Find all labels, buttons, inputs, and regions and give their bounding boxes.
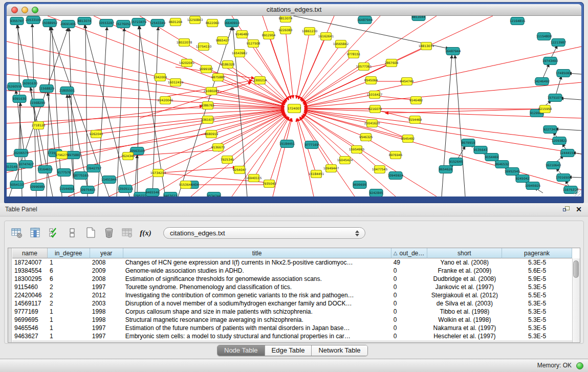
graph-node[interactable]: 18022078 [177,39,192,47]
table-cell-out_degree[interactable]: 0 [391,332,427,340]
close-panel-icon[interactable]: ✕ [576,205,582,214]
table-cell-out_degree[interactable]: 0 [391,299,427,308]
table-cell-in_degree[interactable]: 1 [48,332,90,340]
table-cell-year[interactable]: 1998 [90,308,123,316]
graph-node[interactable]: 8813074 [78,17,92,25]
table-cell-pagerank[interactable]: 5.6E-5 [502,267,572,275]
table-cell-in_degree[interactable]: 1 [48,324,90,332]
graph-node[interactable]: 15184451 [309,170,324,178]
table-cell-name[interactable]: 9463627 [12,332,48,340]
graph-node[interactable]: 9778151 [347,51,361,58]
table-cell-in_degree[interactable]: 1 [48,316,90,324]
table-row[interactable]: 946362711997Embryonic stem cells: a mode… [12,332,572,340]
graph-node[interactable]: 9699695 [353,181,367,189]
graph-node[interactable]: 12543349 [150,19,166,27]
table-cell-short[interactable]: Tibbo et al. (1998) [427,308,503,316]
table-cell-title[interactable]: Genome-wide association studies in ADHD. [123,267,391,275]
graph-node[interactable]: 7624345 [121,152,135,160]
table-cell-year[interactable]: 2003 [90,299,123,308]
graph-edge[interactable] [158,167,236,173]
graph-node[interactable]: 9135643 [474,146,488,154]
graph-edge[interactable] [253,43,289,100]
graph-node[interactable]: 8622060 [206,19,220,27]
table-cell-pagerank[interactable]: 5.3E-5 [502,308,572,316]
table-cell-short[interactable]: Hescheler et al. (1997) [427,332,503,340]
graph-edge[interactable] [48,16,285,105]
table-cell-year[interactable]: 1997 [90,332,123,340]
graph-edge[interactable] [560,98,581,100]
graph-node[interactable]: 13942757 [86,165,102,172]
table-cell-short[interactable]: Jankovic et al. (1997) [427,283,503,291]
graph-node[interactable]: 15276052 [116,20,132,28]
table-cell-in_degree[interactable]: 6 [48,267,90,275]
column-header-short[interactable]: short [427,248,503,258]
graph-node[interactable]: 9154469 [408,116,422,124]
graph-node[interactable]: 9777169 [305,141,319,149]
canvas-resize-grip[interactable] [574,189,581,196]
graph-node[interactable]: 9463627 [164,192,178,197]
graph-node[interactable]: 10553287 [99,19,115,27]
graph-node[interactable]: 10577361 [356,63,372,71]
graph-node[interactable]: 8654626 [439,166,453,173]
graph-node[interactable]: 9136673 [211,144,225,151]
table-cell-short[interactable]: Nakamura et al. (1997) [427,324,503,332]
graph-node[interactable]: 9242845 [369,189,383,197]
table-cell-name[interactable]: 22420046 [12,291,48,299]
graph-node[interactable]: 12250843 [187,16,203,24]
memory-ok-indicator-icon[interactable] [576,362,583,369]
graph-node[interactable]: 16487944 [445,48,461,55]
graph-node[interactable]: 18775165 [73,172,89,180]
table-cell-out_degree[interactable]: 0 [391,324,427,332]
table-cell-out_degree[interactable]: 0 [391,316,427,324]
table-cell-out_degree[interactable]: 49 [391,258,427,267]
graph-node[interactable]: 14246492 [534,78,550,85]
graph-node[interactable]: 10747427 [18,161,34,168]
graph-node[interactable]: 20691406 [60,20,76,28]
graph-node[interactable]: 22420046 [158,97,173,104]
table-cell-name[interactable]: 18300295 [12,275,48,283]
graph-node[interactable]: 11154808 [536,33,552,40]
graph-node[interactable]: 11016427 [367,91,383,99]
new-attribute-icon[interactable] [83,226,97,240]
graph-node[interactable]: 16952545 [505,168,520,176]
graph-node[interactable]: 12444154 [560,149,576,157]
graph-node[interactable]: 19743493 [542,57,558,65]
graph-node[interactable]: 9146482 [235,31,249,38]
graph-node[interactable]: 12754110 [196,43,212,51]
table-cell-year[interactable]: 1998 [90,316,123,324]
graph-node[interactable]: 8646532 [495,161,509,168]
table-cell-in_degree[interactable]: 6 [48,275,90,283]
graph-edge[interactable] [555,129,581,130]
graph-node[interactable]: 11568829 [39,85,55,93]
graph-node[interactable]: 9177576 [57,169,71,177]
graph-node[interactable]: 9875885 [211,74,225,81]
graph-node[interactable]: 14202041 [179,59,195,67]
graph-node[interactable]: 13164610 [37,166,53,173]
table-cell-name[interactable]: 14569117 [12,299,48,308]
table-cell-in_degree[interactable]: 2 [48,291,90,299]
graph-node[interactable]: 15088952 [42,19,58,27]
graph-node[interactable]: 8912954 [262,32,276,39]
graph-node[interactable]: 11568299 [30,99,46,107]
graph-node[interactable]: 10996984 [30,183,46,191]
graph-node[interactable]: 12164816 [510,17,526,25]
table-cell-pagerank[interactable]: 5.3E-5 [502,332,572,340]
graph-node[interactable]: 10949447 [323,165,339,172]
graph-edge[interactable] [300,44,341,100]
table-cell-title[interactable]: Estimation of significance thresholds fo… [123,275,391,283]
graph-node[interactable]: 22041620 [364,120,380,127]
column-header-in_degree[interactable]: in_degree [48,248,90,258]
graph-node[interactable]: 9865427 [216,37,230,45]
delete-attribute-icon[interactable] [102,226,116,240]
table-row[interactable]: 1872400712008Changes of HCN gene express… [12,258,572,267]
table-cell-title[interactable]: Corpus callosum shape and size in male p… [123,308,391,316]
citation-network-graph[interactable]: 9355747205331091508895220691406881307410… [7,16,581,196]
graph-node[interactable]: 25260559 [7,83,22,91]
table-cell-name[interactable]: 9699695 [12,316,48,324]
graph-node[interactable]: 17485083 [556,70,572,77]
graph-node[interactable]: 11544091 [59,185,75,193]
table-cell-pagerank[interactable]: 5.3E-5 [502,316,572,324]
table-cell-out_degree[interactable]: 0 [391,283,427,291]
table-row[interactable]: 1830029562008Estimation of significance … [12,275,572,283]
table-cell-out_degree[interactable]: 0 [391,291,427,299]
